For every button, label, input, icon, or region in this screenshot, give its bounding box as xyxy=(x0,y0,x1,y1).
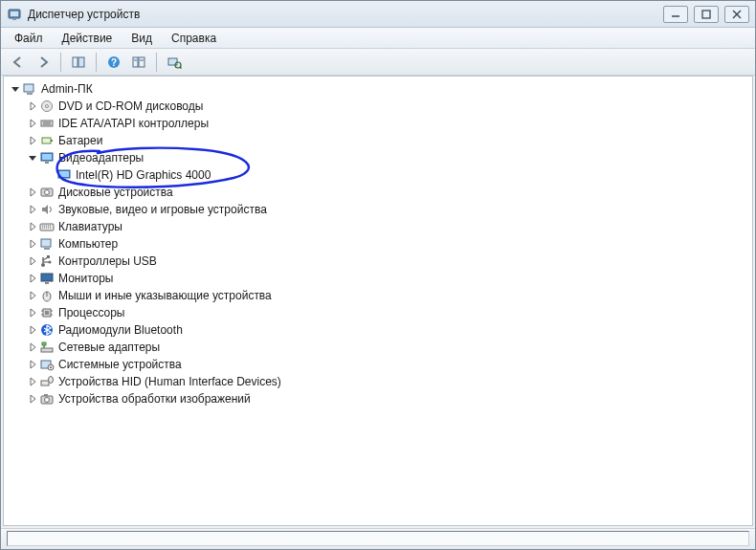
svg-rect-19 xyxy=(27,93,33,95)
svg-point-64 xyxy=(49,377,54,384)
expand-icon[interactable] xyxy=(27,359,38,370)
expand-icon[interactable] xyxy=(27,393,38,405)
expand-icon[interactable] xyxy=(27,221,38,232)
toolbar-separator xyxy=(156,53,157,72)
display-icon xyxy=(56,167,72,183)
hdd-icon xyxy=(39,185,55,200)
tree-item-cat-3[interactable]: Видеоадаптеры xyxy=(6,149,750,166)
usb-icon xyxy=(39,253,55,269)
tree-item-cat-4[interactable]: Дисковые устройства xyxy=(6,184,750,201)
tree-item-cat-1[interactable]: IDE ATA/ATAPI контроллеры xyxy=(6,115,750,132)
display-icon xyxy=(39,150,55,165)
svg-point-34 xyxy=(45,190,50,195)
tree-item-label: Устройства HID (Human Interface Devices) xyxy=(58,375,281,388)
tree-item-label: Дисковые устройства xyxy=(58,186,173,199)
svg-point-40 xyxy=(41,263,45,267)
show-hide-tree-button[interactable] xyxy=(67,52,90,73)
tree-item-label: Видеоадаптеры xyxy=(58,151,144,165)
tree-item-label: Процессоры xyxy=(58,306,125,319)
toolbar-separator xyxy=(96,53,97,72)
tree-item-cat-9[interactable]: Мониторы xyxy=(6,270,750,287)
svg-rect-22 xyxy=(41,121,53,126)
tree-item-label: Устройства обработки изображений xyxy=(58,392,251,406)
forward-button[interactable] xyxy=(32,52,55,73)
svg-rect-67 xyxy=(44,394,48,396)
tree-item-cat-15[interactable]: Устройства HID (Human Interface Devices) xyxy=(6,373,750,390)
expand-icon[interactable] xyxy=(27,187,38,198)
tree-item-label: Контроллеры USB xyxy=(58,254,157,268)
hid-icon xyxy=(39,374,55,389)
tree-item-cat-12[interactable]: Радиомодули Bluetooth xyxy=(6,321,750,339)
computer-icon xyxy=(39,236,55,252)
computer-root-icon xyxy=(22,81,37,97)
scan-hardware-button[interactable] xyxy=(163,52,186,73)
system-icon xyxy=(39,357,55,372)
svg-rect-28 xyxy=(42,154,52,160)
svg-text:?: ? xyxy=(111,57,117,68)
tree-item-label: Intel(R) HD Graphics 4000 xyxy=(76,168,211,182)
expand-icon[interactable] xyxy=(27,307,38,319)
tree-item-cat-13[interactable]: Сетевые адаптеры xyxy=(6,339,750,356)
tree-pane[interactable]: Admin-ПКDVD и CD-ROM дисководыIDE ATA/AT… xyxy=(3,76,753,526)
expand-icon[interactable] xyxy=(27,204,38,215)
tree-item-cat-8[interactable]: Контроллеры USB xyxy=(6,253,750,270)
menu-view[interactable]: Вид xyxy=(122,30,162,47)
disc-icon xyxy=(39,99,55,114)
tree-item-cat-10[interactable]: Мыши и иные указывающие устройства xyxy=(6,287,750,304)
tree-item-label: Радиомодули Bluetooth xyxy=(58,323,183,337)
svg-rect-63 xyxy=(41,381,49,385)
battery-icon xyxy=(39,133,55,148)
svg-rect-59 xyxy=(42,342,46,345)
expand-icon[interactable] xyxy=(27,100,38,112)
svg-rect-44 xyxy=(47,255,50,258)
tree-item-label: IDE ATA/ATAPI контроллеры xyxy=(58,117,209,130)
help-button[interactable]: ? xyxy=(102,52,125,73)
menu-action[interactable]: Действие xyxy=(53,30,122,47)
tree-item-label: Мониторы xyxy=(58,272,113,285)
back-button[interactable] xyxy=(7,52,30,73)
close-button[interactable] xyxy=(724,6,749,23)
statusbar xyxy=(1,528,755,549)
expand-icon[interactable] xyxy=(27,135,38,146)
tree-item-cat-0[interactable]: DVD и CD-ROM дисководы xyxy=(6,98,750,115)
svg-line-17 xyxy=(180,67,182,69)
menu-help[interactable]: Справка xyxy=(162,30,226,47)
menu-file[interactable]: Файл xyxy=(5,30,53,47)
svg-rect-29 xyxy=(45,162,49,164)
tree-item-label: Звуковые, видео и игровые устройства xyxy=(58,203,267,216)
collapse-icon[interactable] xyxy=(27,152,38,164)
maximize-button[interactable] xyxy=(694,6,719,23)
tree-item-cat-6[interactable]: Клавиатуры xyxy=(6,218,750,235)
svg-rect-18 xyxy=(24,84,33,92)
expand-icon[interactable] xyxy=(27,376,38,387)
svg-rect-57 xyxy=(41,348,53,352)
tree-item-cat-5[interactable]: Звуковые, видео и игровые устройства xyxy=(6,201,750,218)
minimize-button[interactable] xyxy=(663,6,688,23)
window-controls xyxy=(663,6,749,23)
tree-item-cat-16[interactable]: Устройства обработки изображений xyxy=(6,390,750,407)
collapse-icon[interactable] xyxy=(10,83,21,95)
expand-icon[interactable] xyxy=(27,273,38,284)
svg-rect-39 xyxy=(44,248,50,250)
svg-rect-11 xyxy=(133,57,138,67)
tree-item-cat-2[interactable]: Батареи xyxy=(6,132,750,149)
expand-icon[interactable] xyxy=(27,341,38,353)
properties-button[interactable] xyxy=(127,52,150,73)
app-icon xyxy=(7,7,22,22)
expand-icon[interactable] xyxy=(27,255,38,267)
audio-icon xyxy=(39,202,55,217)
expand-icon[interactable] xyxy=(27,324,38,336)
titlebar[interactable]: Диспетчер устройств xyxy=(1,1,755,28)
expand-icon[interactable] xyxy=(27,238,38,250)
tree-item-label: Мыши и иные указывающие устройства xyxy=(58,289,272,302)
tree-item-cat-3-child-0[interactable]: Intel(R) HD Graphics 4000 xyxy=(6,166,750,184)
svg-point-21 xyxy=(46,105,49,108)
tree-item-label: Батареи xyxy=(58,134,102,147)
expand-icon[interactable] xyxy=(27,290,38,301)
tree-item-cat-11[interactable]: Процессоры xyxy=(6,304,750,321)
tree-item-cat-7[interactable]: Компьютер xyxy=(6,235,750,253)
tree-item-cat-14[interactable]: Системные устройства xyxy=(6,356,750,373)
expand-icon[interactable] xyxy=(27,118,38,129)
svg-rect-51 xyxy=(45,311,49,315)
tree-item-root[interactable]: Admin-ПК xyxy=(6,80,750,98)
